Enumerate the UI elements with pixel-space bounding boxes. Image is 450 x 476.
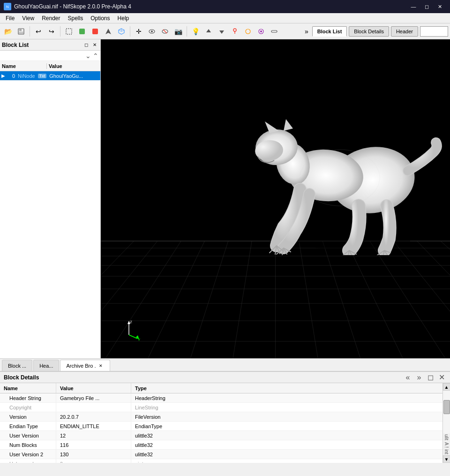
menu-render[interactable]: Render [38,13,64,23]
svg-text:Z: Z [130,320,132,324]
panel-restore-button[interactable]: ◻ [82,41,90,49]
search-input[interactable] [420,26,448,37]
details-col-value: Value [56,383,131,393]
tab-archive-label: Archive Bro . [66,363,96,369]
svg-rect-18 [271,30,277,32]
close-button[interactable]: ✕ [433,2,446,11]
svg-point-17 [260,30,262,32]
select-button[interactable] [63,25,75,38]
details-col-name: Name [0,383,56,393]
cell-name-6: User Version 2 [0,450,56,459]
save-button[interactable] [15,25,27,38]
cell-name-7: Unknown In... [0,459,56,463]
3d-viewport[interactable]: .grid-line { stroke: #333; stroke-width:… [101,39,450,358]
expand-all-button[interactable]: ⌄ [85,52,91,60]
menu-spells[interactable]: Spells [64,13,87,23]
toolbar-more-button[interactable]: » [303,28,310,35]
svg-line-29 [233,241,252,358]
minimize-button[interactable]: — [407,2,420,11]
details-row-user-version-2[interactable]: User Version 2 130 ulittle32 [0,450,442,459]
menu-file[interactable]: File [2,13,18,23]
cell-val-0: Gamebryo File ... [56,393,131,402]
tab-header[interactable]: Header [391,26,418,37]
block-list-columns: Name Value [0,61,100,71]
tab-block-details[interactable]: Block Details [349,26,389,37]
details-row-num-blocks[interactable]: Num Blocks 116 ulittle32 [0,440,442,450]
render-green-button[interactable] [76,25,88,38]
menu-options[interactable]: Options [87,13,113,23]
svg-point-15 [246,29,250,34]
move-button[interactable]: ✛ [133,25,145,38]
tab-block-list-bottom[interactable]: Block ... [2,360,32,371]
tab-close-icon[interactable]: ✕ [98,363,104,369]
details-row-copyright[interactable]: Copyright LineString [0,403,442,412]
scroll-up-button[interactable]: ▲ [443,383,450,391]
arrow-down-button[interactable] [216,25,228,38]
sphere-button[interactable] [242,25,254,38]
undo-button[interactable]: ↩ [32,25,45,38]
cell-name-1: Copyright [0,403,56,412]
cell-val-7: 0 [56,459,131,463]
tab-block-list-label: Block ... [8,363,26,369]
cube-button[interactable] [115,25,128,38]
cell-name-0: Header String [0,393,56,402]
open-button[interactable]: 📂 [2,25,14,38]
toolbar-right: » Block List Block Details Header [303,26,448,37]
bd-close-button[interactable]: ✕ [437,373,446,382]
nav-button[interactable] [102,25,114,38]
menu-view[interactable]: View [18,13,38,23]
svg-rect-1 [19,29,22,31]
pin-button[interactable] [229,25,241,38]
details-row-version[interactable]: Version 20.2.0.7 FileVersion [0,412,442,422]
expand-icon[interactable]: ▶ [0,71,7,81]
arrow-up-button[interactable] [202,25,215,38]
svg-rect-2 [19,32,23,34]
main-area: Block List ◻ ✕ ⌄ ⌃ Name Value ▶ 0 NiNode [0,39,450,463]
row-value: GhoulYaoGu... [47,73,100,79]
bd-collapse-button[interactable]: « [403,373,412,382]
cell-val-5: 116 [56,440,131,449]
link-button[interactable] [268,25,280,38]
window-title: GhoulYaoGuai.nif - NifSkope 2.0.0 Pre-Al… [14,3,131,10]
magnet-button[interactable] [255,25,267,38]
collapse-all-button[interactable]: ⌃ [93,52,98,60]
redo-button[interactable]: ↪ [45,25,58,38]
scroll-track[interactable] [443,391,450,433]
block-list-header: Block List ◻ ✕ [0,39,100,51]
scroll-thumb[interactable] [443,400,450,414]
side-label-1: ulit [443,433,450,441]
svg-line-53 [129,335,137,339]
tab-header-bottom[interactable]: Hea... [33,360,59,371]
tab-block-list[interactable]: Block List [312,26,347,37]
svg-line-40 [417,241,450,358]
bottom-tabs: Block ... Hea... Archive Bro . ✕ [0,358,450,371]
toolbar-separator-1 [30,26,30,37]
tab-archive-browser[interactable]: Archive Bro . ✕ [60,360,110,371]
cell-name-5: Num Blocks [0,440,56,449]
bd-expand-button[interactable]: » [414,373,424,382]
block-details-header: Block Details « » ◻ ✕ [0,372,450,383]
bd-restore-button[interactable]: ◻ [426,373,435,382]
scroll-down-button[interactable]: ▼ [443,455,450,463]
details-row-unknown[interactable]: Unknown In... 0 uint [0,459,442,463]
details-row-header-string[interactable]: Header String Gamebryo File ... HeaderSt… [0,393,442,403]
details-row-user-version[interactable]: User Version 12 ulittle32 [0,431,442,440]
block-row-0[interactable]: ▶ 0 NiNode Txt GhoulYaoGu... [0,71,100,81]
panel-close-button[interactable]: ✕ [91,41,98,49]
tab-header-label: Hea... [39,363,53,369]
cell-type-6: ulittle32 [131,450,442,459]
svg-marker-12 [219,30,224,34]
app-icon: N [4,3,11,10]
details-row-endian[interactable]: Endian Type ENDIAN_LITTLE EndianType [0,422,442,431]
camera-button[interactable]: 📷 [172,25,184,38]
eye-button[interactable] [146,25,158,38]
menu-help[interactable]: Help [114,13,133,23]
render-red-button[interactable] [89,25,101,38]
details-table-wrapper: Name Value Type Header String Gamebryo F… [0,383,450,463]
light-button[interactable]: 💡 [189,25,202,38]
maximize-button[interactable]: ◻ [420,2,433,11]
block-list-content: ▶ 0 NiNode Txt GhoulYaoGu... [0,71,100,358]
details-scrollbar: ▲ ulit A ! int ▼ [442,383,450,463]
eye2-button[interactable] [159,25,171,38]
cell-type-2: FileVersion [131,412,442,421]
